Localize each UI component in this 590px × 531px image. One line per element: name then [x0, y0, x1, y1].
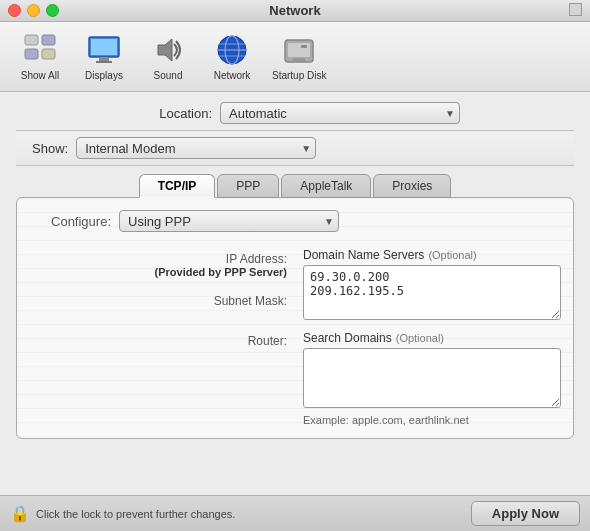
- dns-input[interactable]: 69.30.0.200 209.162.195.5: [303, 265, 561, 320]
- configure-arrow-icon: ▼: [324, 216, 334, 227]
- search-domains-header: Search Domains: [303, 331, 392, 345]
- svg-rect-16: [293, 58, 305, 61]
- search-domains-input[interactable]: [303, 348, 561, 408]
- show-label: Show:: [16, 141, 76, 156]
- show-all-label: Show All: [21, 70, 59, 81]
- tab-ppp[interactable]: PPP: [217, 174, 279, 198]
- location-arrow-icon: ▼: [445, 108, 455, 119]
- dns-optional: (Optional): [428, 249, 476, 261]
- show-arrow-icon: ▼: [301, 143, 311, 154]
- window-title: Network: [269, 3, 320, 18]
- svg-rect-5: [91, 39, 117, 55]
- tab-proxies[interactable]: Proxies: [373, 174, 451, 198]
- show-value: Internal Modem: [85, 141, 175, 156]
- svg-rect-2: [25, 49, 38, 59]
- resize-icon: [569, 3, 582, 16]
- svg-marker-8: [158, 39, 172, 61]
- ip-address-sublabel: (Provided by PPP Server): [155, 266, 287, 278]
- location-row: Location: Automatic ▼: [16, 102, 574, 124]
- location-value: Automatic: [229, 106, 287, 121]
- bottom-bar: 🔒 Click the lock to prevent further chan…: [0, 495, 590, 531]
- svg-rect-3: [42, 49, 55, 59]
- lock-area[interactable]: 🔒 Click the lock to prevent further chan…: [10, 504, 235, 523]
- search-domains-example: Example: apple.com, earthlink.net: [303, 414, 561, 426]
- svg-rect-7: [96, 61, 112, 63]
- close-button[interactable]: [8, 4, 21, 17]
- minimize-button[interactable]: [27, 4, 40, 17]
- title-bar: Network: [0, 0, 590, 22]
- tab-appletalk[interactable]: AppleTalk: [281, 174, 371, 198]
- search-domains-optional: (Optional): [396, 332, 444, 344]
- toolbar-show-all[interactable]: Show All: [10, 28, 70, 85]
- configure-row: Configure: Using PPP ▼: [29, 210, 561, 232]
- dns-header: Domain Name Servers: [303, 248, 424, 262]
- tab-bar: TCP/IP PPP AppleTalk Proxies: [16, 174, 574, 197]
- settings-panel: Configure: Using PPP ▼ IP Address: (Prov…: [16, 197, 574, 439]
- sound-label: Sound: [154, 70, 183, 81]
- svg-rect-0: [25, 35, 38, 45]
- network-icon: [214, 32, 250, 68]
- window-controls[interactable]: [8, 4, 59, 17]
- toolbar-network[interactable]: Network: [202, 28, 262, 85]
- configure-label: Configure:: [29, 214, 119, 229]
- panel-left: IP Address: (Provided by PPP Server) Sub…: [29, 248, 287, 426]
- location-label: Location:: [130, 106, 220, 121]
- main-content: Location: Automatic ▼ Show: Internal Mod…: [0, 92, 590, 449]
- tab-tcp-ip[interactable]: TCP/IP: [139, 174, 216, 198]
- displays-label: Displays: [85, 70, 123, 81]
- panel-right: Domain Name Servers (Optional) 69.30.0.2…: [303, 248, 561, 426]
- toolbar-sound[interactable]: Sound: [138, 28, 198, 85]
- lock-icon: 🔒: [10, 504, 30, 523]
- startup-disk-label: Startup Disk: [272, 70, 326, 81]
- show-row: Show: Internal Modem ▼: [16, 130, 574, 166]
- router-label: Router:: [248, 334, 287, 348]
- configure-value: Using PPP: [128, 214, 191, 229]
- ip-address-block: IP Address: (Provided by PPP Server): [155, 252, 287, 278]
- apply-now-button[interactable]: Apply Now: [471, 501, 580, 526]
- svg-rect-17: [301, 45, 307, 48]
- toolbar-startup-disk[interactable]: Startup Disk: [266, 28, 332, 85]
- toolbar: Show All Displays Sound: [0, 22, 590, 92]
- svg-rect-1: [42, 35, 55, 45]
- location-select[interactable]: Automatic ▼: [220, 102, 460, 124]
- svg-rect-15: [288, 43, 310, 57]
- sound-icon: [150, 32, 186, 68]
- network-label: Network: [214, 70, 251, 81]
- ip-address-label: IP Address:: [155, 252, 287, 266]
- lock-text: Click the lock to prevent further change…: [36, 508, 235, 520]
- toolbar-displays[interactable]: Displays: [74, 28, 134, 85]
- svg-rect-6: [99, 57, 109, 61]
- resize-area: [569, 3, 582, 19]
- subnet-mask-label: Subnet Mask:: [214, 294, 287, 308]
- startup-disk-icon: [281, 32, 317, 68]
- displays-icon: [86, 32, 122, 68]
- zoom-button[interactable]: [46, 4, 59, 17]
- show-select[interactable]: Internal Modem ▼: [76, 137, 316, 159]
- panel-columns: IP Address: (Provided by PPP Server) Sub…: [29, 248, 561, 426]
- configure-select[interactable]: Using PPP ▼: [119, 210, 339, 232]
- show-all-icon: [22, 32, 58, 68]
